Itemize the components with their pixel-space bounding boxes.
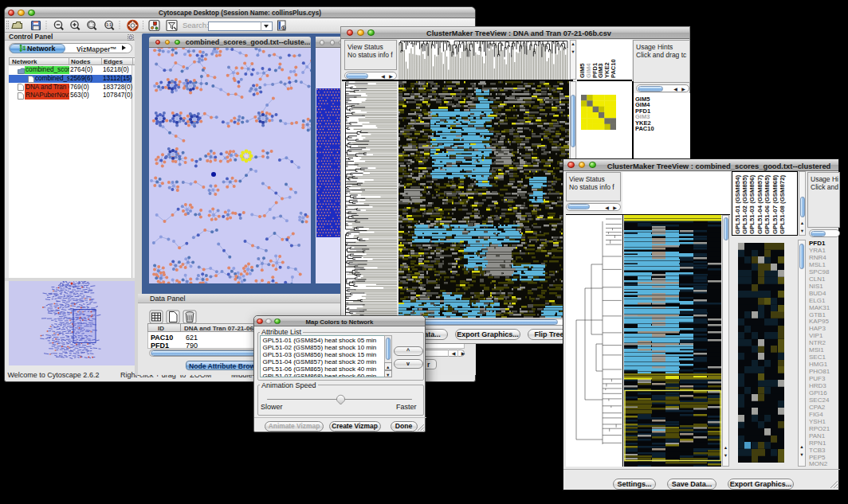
svg-text:GPL51-01 (GSM854): GPL51-01 (GSM854) xyxy=(734,174,741,234)
svg-text:PAC10: PAC10 xyxy=(610,59,617,78)
svg-text:GPL51-04 (GSM857): GPL51-04 (GSM857) xyxy=(756,174,764,234)
svg-text:GPL51-07 (GSM868): GPL51-07 (GSM868) xyxy=(771,174,779,234)
svg-text:Search:: Search: xyxy=(183,21,209,29)
svg-text:1:1: 1:1 xyxy=(106,23,112,27)
svg-text:GPL51-06 (GSM865): GPL51-06 (GSM865) xyxy=(764,174,771,234)
svg-text:GPL51-08 (GSM872): GPL51-08 (GSM872) xyxy=(779,174,786,234)
svg-text:GPL51-02 (GSM855): GPL51-02 (GSM855) xyxy=(741,174,748,234)
svg-text:b: b xyxy=(283,25,285,30)
svg-text:GPL51-03 (GSM856): GPL51-03 (GSM856) xyxy=(748,174,756,234)
